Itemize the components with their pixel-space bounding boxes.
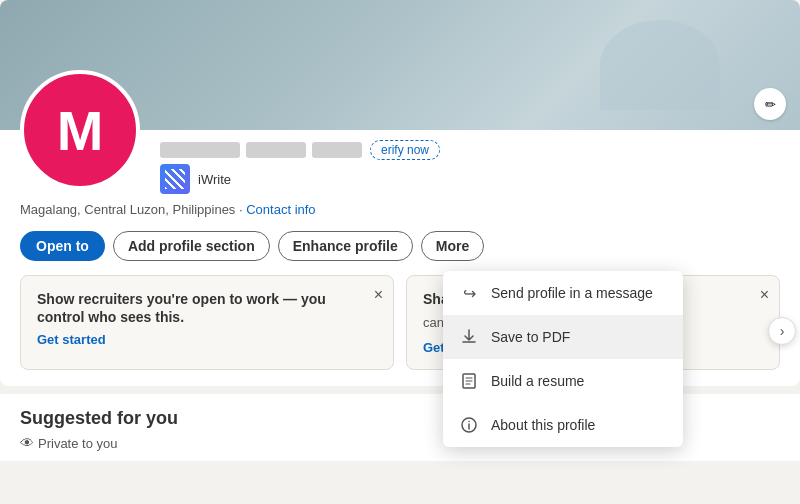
svg-point-6 <box>468 421 470 423</box>
verify-now-button[interactable]: erify now <box>370 140 440 160</box>
contact-info-link[interactable]: Contact info <box>246 202 315 217</box>
company-name: iWrite <box>198 172 231 187</box>
about-profile-label: About this profile <box>491 417 595 433</box>
open-to-work-card-link[interactable]: Get started <box>37 332 106 347</box>
cards-next-button[interactable]: › <box>768 317 796 345</box>
dropdown-item-save-pdf[interactable]: Save to PDF <box>443 315 683 359</box>
name-placeholder <box>160 142 362 158</box>
profile-card: ✏ M erify now iWrite Magalang, Centr <box>0 0 800 386</box>
add-profile-section-button[interactable]: Add profile section <box>113 231 270 261</box>
company-logo-inner <box>165 169 185 189</box>
location-text: Magalang, Central Luzon, Philippines <box>20 202 235 217</box>
save-pdf-label: Save to PDF <box>491 329 570 345</box>
eye-icon: 👁 <box>20 435 34 451</box>
location-row: Magalang, Central Luzon, Philippines · C… <box>0 202 800 217</box>
dropdown-item-send-message[interactable]: ↪ Send profile in a message <box>443 271 683 315</box>
company-logo <box>160 164 190 194</box>
name-bar-2 <box>246 142 306 158</box>
more-button[interactable]: More <box>421 231 484 261</box>
suggested-sub-label: Private to you <box>38 436 118 451</box>
more-dropdown-menu: ↪ Send profile in a message Save to PDF <box>443 271 683 447</box>
enhance-profile-button[interactable]: Enhance profile <box>278 231 413 261</box>
avatar: M <box>20 70 140 190</box>
save-pdf-icon <box>459 327 479 347</box>
send-message-icon: ↪ <box>459 283 479 303</box>
name-bar-3 <box>312 142 362 158</box>
open-to-work-card-title: Show recruiters you're open to work — yo… <box>37 290 377 326</box>
share-profile-card-close[interactable]: × <box>760 286 769 304</box>
pencil-icon: ✏ <box>765 97 776 112</box>
name-bar-1 <box>160 142 240 158</box>
build-resume-label: Build a resume <box>491 373 584 389</box>
action-buttons: Open to Add profile section Enhance prof… <box>0 217 800 275</box>
chevron-right-icon: › <box>780 323 785 339</box>
edit-cover-button[interactable]: ✏ <box>754 88 786 120</box>
name-row: erify now <box>160 140 780 160</box>
about-profile-icon <box>459 415 479 435</box>
open-to-work-card-close[interactable]: × <box>374 286 383 304</box>
company-row: iWrite <box>160 164 780 194</box>
dropdown-item-about-profile[interactable]: About this profile <box>443 403 683 447</box>
dropdown-item-build-resume[interactable]: Build a resume <box>443 359 683 403</box>
build-resume-icon <box>459 371 479 391</box>
cover-shape-decoration <box>600 20 720 110</box>
open-to-button[interactable]: Open to <box>20 231 105 261</box>
send-message-label: Send profile in a message <box>491 285 653 301</box>
open-to-work-card: × Show recruiters you're open to work — … <box>20 275 394 370</box>
